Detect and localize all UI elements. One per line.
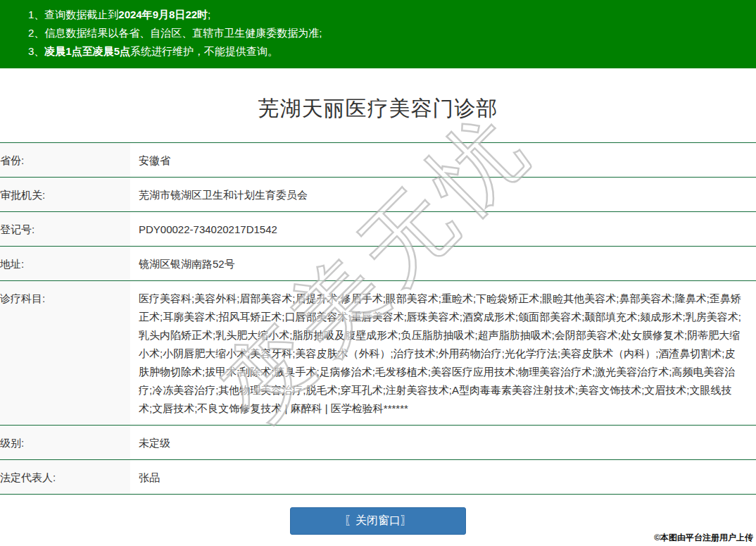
notice-number: 2、 [28,27,44,39]
table-row-address: 地址: 镜湖区银湖南路52号 [0,247,756,281]
button-row: 〖关闭窗口〗 [0,507,756,535]
notice-item-1: 1、查询数据截止到2024年9月8日22时; [28,6,748,24]
row-value: 张品 [130,460,756,494]
notice-banner: 1、查询数据截止到2024年9月8日22时; 2、信息数据结果以各省、自治区、直… [0,0,756,68]
row-label: 地址: [0,247,130,280]
notice-text-bold: 2024年9月8日22时 [118,8,208,20]
table-row-medical-services: 诊疗科目: 医疗美容科;美容外科;眉部美容术;眉提升术;修眉手术;眼部美容术;重… [0,281,756,426]
notice-item-2: 2、信息数据结果以各省、自治区、直辖市卫生健康委数据为准; [28,24,748,42]
row-value: 未定级 [130,426,756,459]
row-label: 法定代表人: [0,460,130,494]
row-value: 芜湖市镜湖区卫生和计划生育委员会 [130,178,756,211]
table-row-province: 省份: 安徽省 [0,143,756,178]
page-title: 芜湖天丽医疗美容门诊部 [0,94,756,123]
table-row-registration-number: 登记号: PDY00022-734020217D1542 [0,212,756,247]
row-value: 镜湖区银湖南路52号 [130,247,756,280]
notice-number: 3、 [28,45,44,57]
row-label: 级别: [0,426,130,459]
notice-text: ; [208,8,210,20]
row-label: 登记号: [0,212,130,246]
close-window-button[interactable]: 〖关闭窗口〗 [290,507,466,535]
row-value: 安徽省 [130,143,756,177]
row-value: 医疗美容科;美容外科;眉部美容术;眉提升术;修眉手术;眼部美容术;重睑术;下睑袋… [130,281,756,425]
row-label: 审批机关: [0,178,130,211]
notice-item-3: 3、凌晨1点至凌晨5点系统进行维护，不能提供查询。 [28,42,748,61]
notice-text: 查询数据截止到 [44,8,118,20]
row-value: PDY00022-734020217D1542 [130,212,756,246]
table-row-level: 级别: 未定级 [0,426,756,460]
notice-text: 系统进行维护，不能提供查询。 [130,45,278,57]
notice-text: 信息数据结果以各省、自治区、直辖市卫生健康委数据为准; [44,27,322,39]
notice-number: 1、 [28,8,44,20]
row-label: 诊疗科目: [0,281,130,425]
row-label: 省份: [0,143,130,177]
detail-table: 省份: 安徽省 审批机关: 芜湖市镜湖区卫生和计划生育委员会 登记号: PDY0… [0,142,756,495]
table-row-approval-authority: 审批机关: 芜湖市镜湖区卫生和计划生育委员会 [0,178,756,212]
image-credit-note: ©本图由平台注册用户上传 [654,532,753,544]
notice-text-bold: 凌晨1点至凌晨5点 [44,45,130,57]
table-row-legal-representative: 法定代表人: 张品 [0,460,756,495]
